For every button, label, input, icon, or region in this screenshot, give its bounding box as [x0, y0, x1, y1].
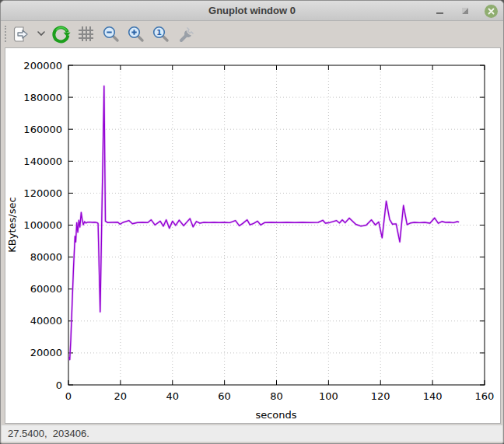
svg-text:100000: 100000: [23, 219, 62, 231]
axis-tick-labels: 0204060801001201401600200004000060000800…: [23, 60, 494, 403]
statusbar: 27.5400, 203406.: [2, 425, 502, 442]
plot-canvas[interactable]: 0204060801001201401600200004000060000800…: [5, 47, 501, 424]
svg-text:80000: 80000: [30, 251, 62, 263]
y-axis-title: KBytes/sec: [6, 197, 18, 252]
export-dropdown[interactable]: [35, 23, 47, 44]
maximize-icon: [461, 7, 469, 15]
svg-text:60000: 60000: [30, 283, 62, 295]
minimize-button[interactable]: [432, 4, 446, 18]
svg-text:160: 160: [475, 390, 495, 402]
minimize-icon: [436, 12, 443, 14]
zoom-out-button[interactable]: [100, 23, 121, 44]
svg-text:1: 1: [156, 28, 162, 37]
svg-text:20000: 20000: [30, 347, 62, 358]
svg-text:140: 140: [423, 390, 443, 402]
svg-text:40: 40: [166, 390, 179, 402]
maximize-button[interactable]: [458, 4, 472, 18]
svg-text:0: 0: [56, 379, 62, 391]
refresh-icon: [51, 24, 71, 44]
svg-text:100: 100: [319, 390, 338, 402]
svg-text:140000: 140000: [23, 156, 62, 167]
svg-text:160000: 160000: [23, 124, 62, 135]
toolbar-grip[interactable]: [5, 26, 6, 42]
grid-toggle-button[interactable]: [75, 23, 96, 44]
mouse-coordinates: 27.5400, 203406.: [8, 428, 89, 439]
svg-text:0: 0: [65, 390, 72, 402]
svg-text:120000: 120000: [23, 187, 62, 199]
magnifier-minus-icon: [102, 25, 121, 44]
magnifier-one-icon: 1: [152, 25, 170, 44]
titlebar[interactable]: Gnuplot window 0: [1, 1, 503, 21]
zoom-reset-button[interactable]: 1: [150, 23, 171, 44]
close-button[interactable]: [484, 4, 498, 18]
svg-text:200000: 200000: [23, 60, 62, 72]
grid-icon: [77, 25, 95, 43]
chart[interactable]: 0204060801001201401600200004000060000800…: [5, 48, 500, 423]
window-title: Gnuplot window 0: [208, 5, 296, 16]
svg-text:20: 20: [114, 390, 128, 402]
svg-text:180000: 180000: [23, 92, 62, 103]
svg-text:60: 60: [218, 390, 231, 402]
x-axis-title: seconds: [255, 409, 296, 421]
svg-text:80: 80: [270, 390, 283, 402]
export-button[interactable]: [10, 23, 31, 44]
gnuplot-window: Gnuplot window 0: [0, 0, 504, 444]
svg-text:40000: 40000: [30, 315, 62, 327]
zoom-in-button[interactable]: [125, 23, 146, 44]
svg-text:120: 120: [371, 390, 390, 402]
window-controls: [432, 1, 498, 21]
settings-button[interactable]: [175, 23, 196, 44]
chevron-down-icon: [37, 31, 45, 37]
data-series-line: [69, 86, 459, 360]
wrench-icon: [177, 25, 195, 44]
replot-button[interactable]: [51, 23, 72, 44]
toolbar: 1: [1, 21, 503, 47]
document-export-icon: [12, 25, 30, 44]
grid-lines: [68, 65, 485, 385]
magnifier-plus-icon: [127, 25, 145, 44]
close-icon: [485, 5, 498, 18]
